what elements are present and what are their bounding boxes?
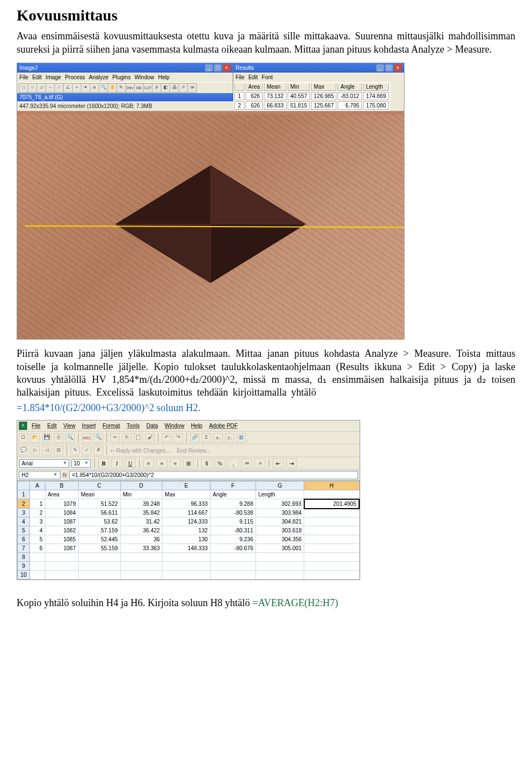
tool-hand-icon[interactable]: ✋ (108, 83, 117, 93)
font-size-select[interactable]: 10▼ (71, 459, 91, 468)
tool-rect-icon[interactable]: □ (19, 83, 28, 93)
close-icon[interactable]: × (223, 64, 231, 71)
maximize-icon[interactable]: □ (214, 64, 222, 71)
new-icon[interactable]: 🗋 (19, 433, 28, 443)
excel-menu-bar[interactable]: X File Edit View Insert Format Tools Dat… (17, 421, 360, 432)
sort-asc-icon[interactable]: A↓ (213, 433, 223, 443)
menu-help[interactable]: Help (158, 74, 170, 81)
menu-window[interactable]: Window (135, 74, 155, 81)
next-comment-icon[interactable]: ▷ (30, 446, 40, 455)
menu-data[interactable]: Data (144, 422, 160, 429)
menu-font[interactable]: Font (262, 74, 273, 81)
decrease-decimal-icon[interactable]: .0 (254, 458, 265, 468)
font-name-select[interactable]: Arial▼ (19, 459, 69, 468)
prev-comment-icon[interactable]: ◁ (42, 446, 52, 455)
percent-icon[interactable]: % (214, 458, 226, 468)
decrease-indent-icon[interactable]: ⇤ (273, 458, 284, 468)
corner-cell[interactable] (18, 481, 30, 490)
excel-standard-toolbar[interactable]: 🗋 📂 💾 ⎙ 🔍 ABC 🔍 ✂ ⎘ 📋 🖌 ↶ ↷ 🔗 Σ A↓ Z↓ ▥ (17, 432, 360, 444)
tool-more-icon[interactable]: ≫ (187, 83, 197, 93)
redo-icon[interactable]: ↷ (173, 433, 183, 443)
menu-plugins[interactable]: Plugins (112, 74, 131, 81)
align-left-icon[interactable]: ≡ (143, 458, 154, 468)
chart-icon[interactable]: ▥ (237, 433, 246, 443)
link-icon[interactable]: 🔗 (190, 433, 200, 443)
tool-zoom-icon[interactable]: 🔍 (99, 83, 108, 93)
menu-insert[interactable]: Insert (80, 422, 98, 429)
excel-formatting-toolbar[interactable]: Arial▼ 10▼ B I U ≡ ≡ ≡ ⊞ $ % , .00 .0 ⇤ … (17, 457, 360, 470)
currency-icon[interactable]: $ (201, 458, 212, 468)
data-row[interactable]: 2 1107951.52239.24896.3339.288302.693201… (18, 499, 360, 509)
maximize-icon[interactable]: □ (385, 64, 393, 71)
menu-image[interactable]: Image (45, 74, 61, 81)
underline-button[interactable]: U (125, 458, 136, 468)
data-row[interactable]: 76108755.15933.363148.333-80.676305.001 (18, 544, 360, 553)
menu-format[interactable]: Format (100, 422, 122, 429)
data-row[interactable]: 65108552.445361309.236304.356 (18, 535, 360, 544)
col-header[interactable]: F (210, 481, 255, 490)
menu-tools[interactable]: Tools (125, 422, 142, 429)
tool-poly-icon[interactable]: ▱ (37, 83, 46, 93)
spell-icon[interactable]: ABC (82, 433, 91, 443)
menu-adobe[interactable]: Adobe PDF (207, 422, 240, 429)
formula-input[interactable]: =1.854*10/(G2/2000+G3/2000)^2 (69, 471, 358, 479)
menu-help[interactable]: Help (189, 422, 205, 429)
data-row[interactable]: 54108257.15936.422132-80.311303.618 (18, 526, 360, 535)
tool-angle-icon[interactable]: ∠ (63, 83, 73, 93)
tool-stk-icon[interactable]: Stk (134, 83, 144, 93)
italic-button[interactable]: I (111, 458, 122, 468)
excel-review-toolbar[interactable]: 💬 ▷ ◁ ⊟ ✎ ✓ ✗ ↩ Reply with Changes... En… (17, 444, 360, 457)
tool-arrow-icon[interactable]: ↗ (178, 83, 188, 93)
tool-text-icon[interactable]: A (90, 83, 99, 93)
align-center-icon[interactable]: ≡ (156, 458, 167, 468)
menu-edit[interactable]: Edit (45, 422, 59, 429)
col-header-active[interactable]: H (304, 481, 359, 490)
menu-edit[interactable]: Edit (248, 74, 258, 81)
sum-icon[interactable]: Σ (202, 433, 211, 443)
tool-oval-icon[interactable]: ○ (28, 83, 37, 93)
results-menu[interactable]: File Edit Font (233, 73, 404, 82)
end-review-button[interactable]: End Review... (177, 447, 211, 454)
close-icon[interactable]: × (394, 64, 402, 71)
minimize-icon[interactable]: _ (205, 64, 213, 71)
increase-indent-icon[interactable]: ⇥ (286, 458, 297, 468)
increase-decimal-icon[interactable]: .00 (241, 458, 252, 468)
menu-process[interactable]: Process (65, 74, 85, 81)
spreadsheet-grid[interactable]: A B C D E F G H 1 AreaMeanMinMaxAngleLen… (17, 481, 360, 580)
comma-icon[interactable]: , (228, 458, 239, 468)
menu-file[interactable]: File (236, 74, 244, 81)
format-painter-icon[interactable]: 🖌 (145, 433, 155, 443)
col-header[interactable]: D (120, 481, 162, 490)
name-box[interactable]: H2▼ (19, 471, 60, 479)
menu-analyze[interactable]: Analyze (89, 74, 109, 81)
sort-desc-icon[interactable]: Z↓ (225, 433, 234, 443)
tool-brush-icon[interactable]: 𝒃 (152, 83, 161, 93)
tool-dropper-icon[interactable]: ✎ (116, 83, 126, 93)
minimize-icon[interactable]: _ (376, 64, 384, 71)
accept-icon[interactable]: ✓ (82, 446, 91, 455)
merge-icon[interactable]: ⊞ (183, 458, 194, 468)
tool-flood-icon[interactable]: ◧ (161, 83, 170, 93)
tool-free-icon[interactable]: ~ (45, 83, 55, 93)
data-row[interactable]: 10 (18, 571, 360, 580)
data-row[interactable]: 8 (18, 553, 360, 562)
tool-dev-icon[interactable]: Dev (125, 83, 135, 93)
preview-icon[interactable]: 🔍 (65, 433, 75, 443)
data-row[interactable]: 32108456.61135.842114.667-80.538303.984 (18, 509, 360, 517)
comment-icon[interactable]: 💬 (19, 446, 28, 455)
cut-icon[interactable]: ✂ (110, 433, 120, 443)
tool-line-icon[interactable]: ∕ (54, 83, 64, 93)
tool-point-icon[interactable]: + (72, 83, 81, 93)
reject-icon[interactable]: ✗ (94, 446, 103, 455)
undo-icon[interactable]: ↶ (162, 433, 171, 443)
paste-icon[interactable]: 📋 (134, 433, 143, 443)
col-header[interactable]: G (255, 481, 304, 490)
menu-edit[interactable]: Edit (32, 74, 42, 81)
track-icon[interactable]: ✎ (70, 446, 80, 455)
menu-file[interactable]: File (29, 422, 43, 429)
align-right-icon[interactable]: ≡ (170, 458, 181, 468)
reply-changes-button[interactable]: ↩ Reply with Changes... (110, 447, 170, 454)
col-header[interactable]: B (45, 481, 78, 490)
col-header[interactable]: C (78, 481, 120, 490)
tool-wand-icon[interactable]: ✦ (81, 83, 90, 93)
